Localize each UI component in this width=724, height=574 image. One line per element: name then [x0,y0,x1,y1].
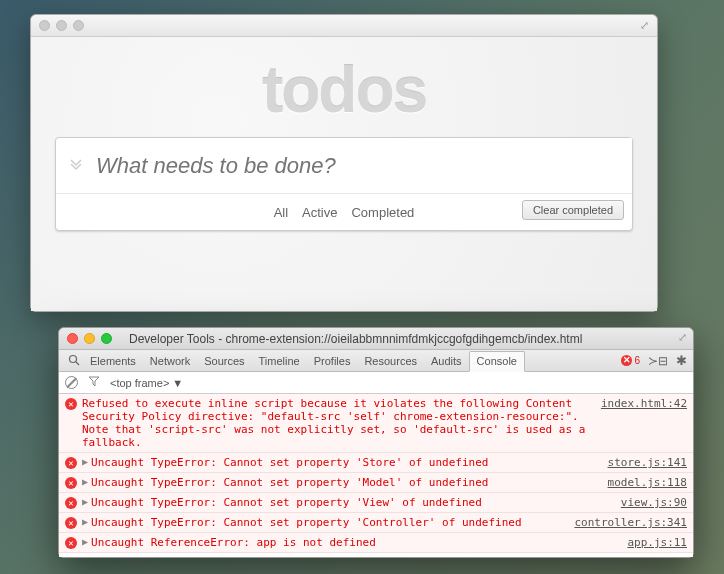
clear-completed-button[interactable]: Clear completed [522,200,624,220]
error-source-link[interactable]: store.js:141 [608,456,687,469]
console-error-row[interactable]: ✕▶Uncaught ReferenceError: app is not de… [59,533,693,553]
expand-arrow-icon[interactable]: ▶ [82,516,88,527]
console-error-row[interactable]: ✕▶Uncaught TypeError: Cannot set propert… [59,453,693,473]
close-icon[interactable] [39,20,50,31]
expand-arrow-icon[interactable]: ▶ [82,536,88,547]
new-todo-input[interactable] [96,138,632,193]
todo-footer: All Active Completed Clear completed [56,194,632,230]
error-message: Uncaught TypeError: Cannot set property … [91,516,566,529]
frame-selector[interactable]: <top frame> ▼ [110,377,183,389]
frame-label: <top frame> [110,377,169,389]
drawer-toggle-icon[interactable]: ≻⊟ [648,354,668,368]
error-source-link[interactable]: model.js:118 [608,476,687,489]
tab-console[interactable]: Console [469,351,525,372]
error-icon: ✕ [65,398,77,410]
filter-active[interactable]: Active [302,205,337,220]
error-message: Uncaught ReferenceError: app is not defi… [91,536,619,549]
devtools-title: Developer Tools - chrome-extension://oie… [129,332,582,346]
tab-elements[interactable]: Elements [83,350,143,371]
tab-resources[interactable]: Resources [357,350,424,371]
console-error-row[interactable]: ✕Refused to execute inline script becaus… [59,394,693,453]
clear-console-icon[interactable] [65,376,78,389]
app-window: ⤢ todos All Active Completed Clear compl… [30,14,658,312]
console-error-row[interactable]: ✕▶Uncaught TypeError: Cannot set propert… [59,513,693,533]
search-icon[interactable] [65,354,83,368]
error-message: Uncaught TypeError: Cannot set property … [91,476,599,489]
tab-network[interactable]: Network [143,350,197,371]
zoom-icon[interactable] [73,20,84,31]
expand-icon[interactable]: ⤢ [640,19,649,32]
todo-card: All Active Completed Clear completed [55,137,633,231]
error-icon: ✕ [65,477,77,489]
console-prompt[interactable]: › [59,553,693,557]
devtools-titlebar[interactable]: Developer Tools - chrome-extension://oie… [59,328,693,350]
error-icon: ✕ [65,457,77,469]
error-icon: ✕ [65,537,77,549]
page-title: todos [55,53,633,127]
error-message: Uncaught TypeError: Cannot set property … [91,456,599,469]
error-source-link[interactable]: app.js:11 [627,536,687,549]
svg-line-1 [76,362,79,365]
error-icon: ✕ [65,497,77,509]
expand-arrow-icon[interactable]: ▶ [82,476,88,487]
error-source-link[interactable]: controller.js:341 [574,516,687,529]
minimize-icon[interactable] [56,20,67,31]
filter-all[interactable]: All [274,205,288,220]
svg-point-0 [70,355,77,362]
gear-icon[interactable]: ✱ [676,353,687,368]
app-titlebar[interactable]: ⤢ [31,15,657,37]
filter-completed[interactable]: Completed [351,205,414,220]
console-error-row[interactable]: ✕▶Uncaught TypeError: Cannot set propert… [59,473,693,493]
app-body: todos All Active Completed Clear complet… [31,37,657,311]
error-count: 6 [634,355,640,366]
devtools-tabs: Elements Network Sources Timeline Profil… [59,350,693,372]
prompt-caret-icon: › [65,556,72,557]
console-error-row[interactable]: ✕▶Uncaught TypeError: Cannot set propert… [59,493,693,513]
error-icon: ✕ [65,517,77,529]
console-toolbar: <top frame> ▼ [59,372,693,394]
expand-icon[interactable]: ⤢ [678,331,687,344]
console-panel: ✕Refused to execute inline script becaus… [59,394,693,557]
expand-arrow-icon[interactable]: ▶ [82,456,88,467]
devtools-window: Developer Tools - chrome-extension://oie… [58,327,694,558]
tab-profiles[interactable]: Profiles [307,350,358,371]
error-source-link[interactable]: index.html:42 [601,397,687,410]
minimize-icon[interactable] [84,333,95,344]
traffic-lights [39,20,84,31]
filter-icon[interactable] [88,375,100,390]
zoom-icon[interactable] [101,333,112,344]
error-source-link[interactable]: view.js:90 [621,496,687,509]
error-message: Refused to execute inline script because… [82,397,593,449]
console-input[interactable] [77,557,687,558]
chevron-down-icon: ▼ [172,377,183,389]
tab-timeline[interactable]: Timeline [252,350,307,371]
todo-input-row [56,138,632,194]
error-message: Uncaught TypeError: Cannot set property … [91,496,613,509]
tab-sources[interactable]: Sources [197,350,251,371]
close-icon[interactable] [67,333,78,344]
expand-arrow-icon[interactable]: ▶ [82,496,88,507]
devtools-traffic-lights [67,333,112,344]
tab-audits[interactable]: Audits [424,350,469,371]
toggle-all-icon[interactable] [56,155,96,176]
error-count-badge[interactable]: ✕6 [621,355,640,366]
